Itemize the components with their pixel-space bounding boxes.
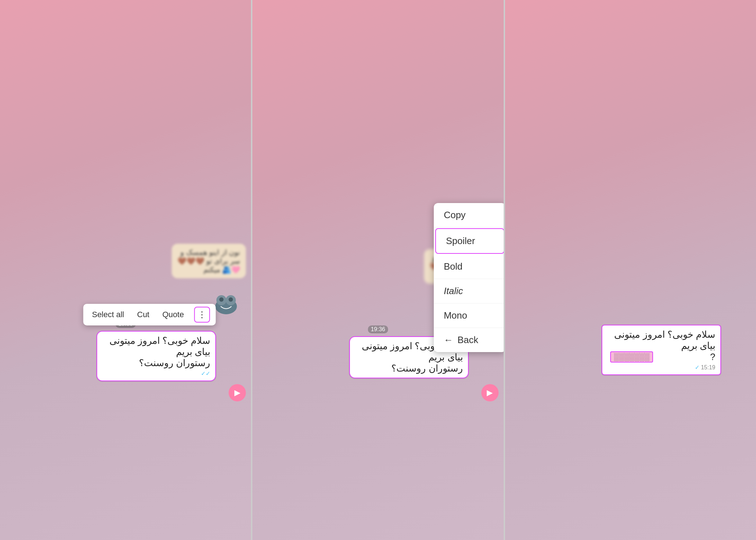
context-copy[interactable]: Copy <box>434 203 504 228</box>
context-italic[interactable]: Italic <box>434 279 504 303</box>
cut-btn[interactable]: Cut <box>134 309 152 321</box>
context-mono[interactable]: Mono <box>434 303 504 328</box>
panel-2: نون از اینو همسک و سر برای تو 🤎🤎🤎 🩷🫂 میک… <box>252 0 503 540</box>
context-back[interactable]: ← Back <box>434 328 504 352</box>
timestamp-2: 19:36 <box>368 325 388 333</box>
selection-toolbar[interactable]: Select all Cut Quote ⋮ <box>83 304 215 325</box>
chat-area-1: نون از اینو همسک و سر برای تو 🤎🤎🤎 🩷🫂 میک… <box>0 0 251 406</box>
blurred-message-1: نون از اینو همسک و سر برای تو 🤎🤎🤎 🩷🫂 میک… <box>172 244 246 278</box>
svg-point-3 <box>219 297 224 302</box>
selected-message-1[interactable]: سلام خوبی؟ امروز میتونی بیای بریم رستورا… <box>96 331 216 381</box>
more-options-btn[interactable]: ⋮ <box>194 307 210 323</box>
context-spoiler[interactable]: Spoiler <box>435 228 504 254</box>
send-indicator-1: ▶ <box>229 384 246 401</box>
chat-area-3: سلام خوبی؟ امروز میتونی بیای بریم ? ░░░░… <box>505 0 756 386</box>
context-bold[interactable]: Bold <box>434 255 504 279</box>
chat-area-2: نون از اینو همسک و سر برای تو 🤎🤎🤎 🩷🫂 میک… <box>252 0 503 406</box>
message-time-3: 15:19 <box>701 364 715 371</box>
context-menu[interactable]: Copy Spoiler Bold Italic Mono ← Back <box>434 203 504 352</box>
back-arrow-icon: ← <box>444 334 453 346</box>
message-check-1: ✓✓ <box>201 370 210 377</box>
message-check-3: ✓ <box>695 364 699 371</box>
panel-3: سلام خوبی؟ امروز میتونی بیای بریم ? ░░░░… <box>505 0 756 540</box>
send-indicator-2: ▶ <box>481 384 499 401</box>
select-all-btn[interactable]: Select all <box>89 309 127 321</box>
svg-point-4 <box>229 297 233 302</box>
panel-1: نون از اینو همسک و سر برای تو 🤎🤎🤎 🩷🫂 میک… <box>0 0 251 540</box>
highlighted-message-3[interactable]: سلام خوبی؟ امروز میتونی بیای بریم ? ░░░░… <box>602 325 721 375</box>
quote-btn[interactable]: Quote <box>159 309 187 321</box>
